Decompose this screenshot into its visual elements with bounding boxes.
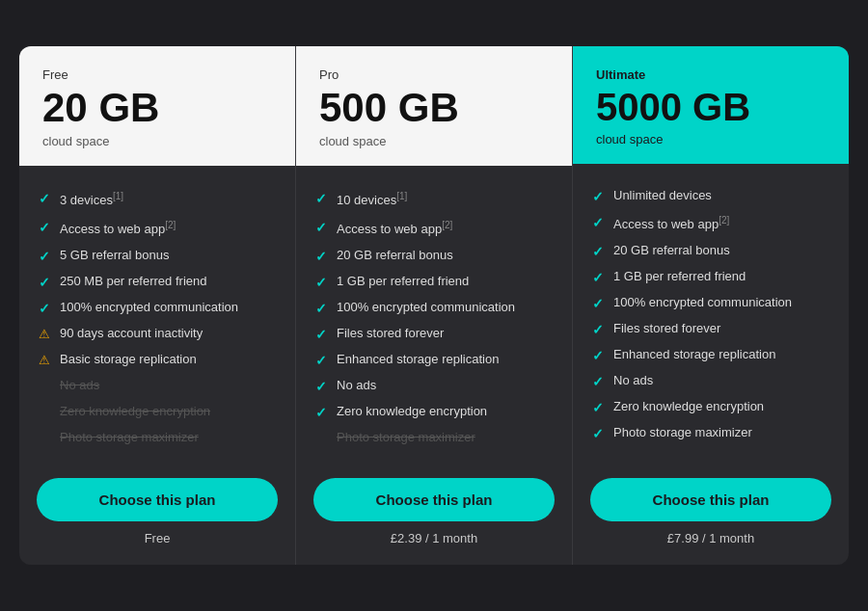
choose-plan-button-pro[interactable]: Choose this plan — [313, 478, 555, 521]
feature-text: 250 MB per referred friend — [60, 274, 206, 290]
feature-note: [1] — [113, 191, 123, 201]
plan-subtitle: cloud space — [42, 134, 272, 148]
feature-item: ✓100% encrypted communication — [313, 295, 555, 321]
feature-item: ✓Zero knowledge encryption — [590, 394, 831, 420]
check-icon: ✓ — [590, 348, 606, 363]
feature-text: Zero knowledge encryption — [613, 399, 764, 415]
feature-text: Photo storage maximizer — [337, 430, 475, 446]
plan-cta-pro: Choose this plan£2.39 / 1 month — [296, 466, 572, 565]
plan-tier: Ultimate — [596, 67, 826, 82]
plan-card-free: Free20 GBcloud space✓3 devices[1]✓Access… — [19, 46, 295, 566]
feature-text: Files stored forever — [613, 321, 720, 337]
check-icon: ✓ — [313, 249, 329, 264]
feature-item: ✓Files stored forever — [590, 316, 831, 342]
choose-plan-button-ultimate[interactable]: Choose this plan — [590, 478, 831, 521]
plan-cta-ultimate: Choose this plan£7.99 / 1 month — [573, 466, 849, 565]
dash-icon — [37, 431, 52, 446]
feature-text: Enhanced storage replication — [337, 352, 499, 368]
feature-item: Zero knowledge encryption — [37, 399, 278, 425]
check-icon: ✓ — [37, 275, 52, 290]
feature-text: Access to web app[2] — [337, 219, 452, 238]
feature-item: ✓Enhanced storage replication — [313, 347, 555, 373]
check-icon: ✓ — [37, 249, 52, 264]
plan-price: £7.99 / 1 month — [667, 531, 754, 557]
dash-icon — [313, 431, 329, 446]
feature-text: 20 GB referral bonus — [613, 243, 730, 259]
feature-item: ⚠Basic storage replication — [37, 347, 278, 373]
feature-item: ✓20 GB referral bonus — [313, 243, 555, 269]
plan-storage: 500 GB — [319, 86, 549, 130]
feature-text: Photo storage maximizer — [60, 430, 199, 446]
check-icon: ✓ — [590, 270, 606, 285]
feature-text: Basic storage replication — [60, 352, 197, 368]
feature-item: ✓10 devices[1] — [313, 185, 555, 214]
check-icon: ✓ — [590, 426, 606, 441]
feature-text: 90 days account inactivity — [60, 326, 203, 342]
check-icon: ✓ — [590, 189, 606, 204]
feature-text: Access to web app[2] — [60, 219, 176, 238]
plan-header-ultimate: Ultimate5000 GBcloud space — [573, 46, 849, 164]
feature-item: ✓Photo storage maximizer — [590, 420, 831, 446]
dash-icon — [37, 379, 52, 394]
plan-card-pro: Pro500 GBcloud space✓10 devices[1]✓Acces… — [295, 46, 573, 566]
feature-text: Unlimited devices — [613, 188, 712, 204]
warning-icon: ⚠ — [37, 353, 52, 368]
plan-card-ultimate: Ultimate5000 GBcloud space✓Unlimited dev… — [573, 46, 849, 566]
feature-item: ✓1 GB per referred friend — [590, 264, 831, 290]
check-icon: ✓ — [313, 275, 329, 290]
feature-item: ✓No ads — [590, 368, 831, 394]
feature-text: Photo storage maximizer — [613, 425, 752, 441]
check-icon: ✓ — [313, 220, 329, 235]
feature-note: [2] — [442, 220, 452, 230]
plan-price: £2.39 / 1 month — [391, 531, 477, 557]
check-icon: ✓ — [590, 215, 606, 230]
check-icon: ✓ — [590, 244, 606, 259]
plan-storage: 5000 GB — [596, 86, 826, 128]
feature-item: ✓Access to web app[2] — [590, 209, 831, 238]
feature-text: 3 devices[1] — [60, 190, 123, 209]
feature-text: 5 GB referral bonus — [60, 248, 169, 264]
plan-features-free: ✓3 devices[1]✓Access to web app[2]✓5 GB … — [19, 166, 295, 466]
feature-item: ✓Files stored forever — [313, 321, 555, 347]
feature-item: ✓Enhanced storage replication — [590, 342, 831, 368]
feature-item: ✓100% encrypted communication — [37, 295, 278, 321]
feature-item: ✓Access to web app[2] — [37, 214, 278, 243]
check-icon: ✓ — [37, 191, 52, 206]
choose-plan-button-free[interactable]: Choose this plan — [37, 478, 278, 521]
feature-text: 1 GB per referred friend — [337, 274, 469, 290]
feature-list: ✓3 devices[1]✓Access to web app[2]✓5 GB … — [37, 185, 278, 451]
feature-text: Zero knowledge encryption — [60, 404, 210, 420]
feature-text: 100% encrypted communication — [337, 300, 515, 316]
plan-tier: Pro — [319, 67, 549, 82]
feature-text: 100% encrypted communication — [613, 295, 792, 311]
feature-item: ✓100% encrypted communication — [590, 290, 831, 316]
feature-item: No ads — [37, 373, 278, 399]
feature-text: Enhanced storage replication — [613, 347, 775, 363]
feature-text: 1 GB per referred friend — [613, 269, 746, 285]
check-icon: ✓ — [313, 191, 329, 206]
feature-text: Zero knowledge encryption — [337, 404, 487, 420]
feature-item: ✓3 devices[1] — [37, 185, 278, 214]
check-icon: ✓ — [37, 301, 52, 316]
check-icon: ✓ — [313, 405, 329, 420]
feature-item: ⚠90 days account inactivity — [37, 321, 278, 347]
check-icon: ✓ — [590, 374, 606, 389]
plan-subtitle: cloud space — [319, 134, 549, 148]
feature-text: No ads — [60, 378, 99, 394]
plan-features-ultimate: ✓Unlimited devices✓Access to web app[2]✓… — [573, 164, 849, 467]
feature-item: ✓1 GB per referred friend — [313, 269, 555, 295]
check-icon: ✓ — [313, 379, 329, 394]
plan-header-pro: Pro500 GBcloud space — [296, 46, 572, 166]
feature-item: ✓20 GB referral bonus — [590, 238, 831, 264]
check-icon: ✓ — [313, 301, 329, 316]
feature-text: No ads — [613, 373, 653, 389]
feature-text: 10 devices[1] — [337, 190, 407, 209]
feature-item: ✓Zero knowledge encryption — [313, 399, 555, 425]
plans-container: Free20 GBcloud space✓3 devices[1]✓Access… — [19, 46, 849, 566]
plan-price: Free — [145, 531, 171, 557]
plan-features-pro: ✓10 devices[1]✓Access to web app[2]✓20 G… — [296, 166, 572, 466]
feature-text: 100% encrypted communication — [60, 300, 238, 316]
feature-item: Photo storage maximizer — [37, 425, 278, 451]
feature-item: ✓No ads — [313, 373, 555, 399]
feature-text: Files stored forever — [337, 326, 444, 342]
